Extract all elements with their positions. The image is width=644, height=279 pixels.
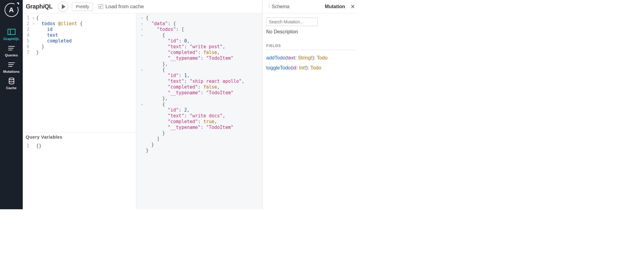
code-line: 6 } xyxy=(23,44,136,50)
code-text: "id": 2, xyxy=(145,107,190,113)
docs-back-button[interactable]: 〈 Schema xyxy=(266,3,290,10)
code-text: "text": "write docs", xyxy=(145,113,225,119)
fold-toggle-icon[interactable]: ▾ xyxy=(136,32,145,38)
code-line: }, xyxy=(136,96,262,102)
code-text: ] xyxy=(145,136,159,142)
fold-toggle-icon[interactable]: ▾ xyxy=(136,67,145,73)
code-panes: 1▾{2▾ todos @client {3 id4 text5 complet… xyxy=(23,13,262,209)
fold-toggle-icon xyxy=(31,50,36,55)
code-line: ▾ "data": { xyxy=(136,21,262,27)
code-text: "text": "ship react apollo", xyxy=(145,79,244,84)
svg-rect-0 xyxy=(8,29,15,35)
fold-toggle-icon xyxy=(136,55,145,61)
fold-toggle-icon xyxy=(136,44,145,50)
fold-toggle-icon xyxy=(31,44,36,50)
code-line: ] xyxy=(136,136,262,142)
code-line: 5 completed xyxy=(23,38,136,44)
fold-toggle-icon xyxy=(136,125,145,130)
fold-toggle-icon[interactable]: ▾ xyxy=(31,21,36,27)
fold-toggle-icon xyxy=(136,130,145,136)
execute-button[interactable] xyxy=(58,2,68,12)
docs-description: No Description xyxy=(266,29,356,35)
code-text: id xyxy=(36,27,52,32)
fold-toggle-icon xyxy=(136,119,145,125)
code-text: { xyxy=(36,15,39,21)
code-text: "completed": true, xyxy=(145,119,217,125)
code-line: "id": 2, xyxy=(136,107,262,113)
code-text: } xyxy=(145,148,149,153)
code-text: "text": "write post", xyxy=(145,44,225,50)
brand-dot-icon xyxy=(17,2,19,5)
code-text: "completed": false, xyxy=(145,84,220,90)
code-line: 3 id xyxy=(23,27,136,32)
line-number: 2 xyxy=(23,21,31,27)
sidebar-item-cache[interactable]: Cache xyxy=(3,78,19,90)
code-line: "text": "ship react apollo", xyxy=(136,79,262,84)
fold-toggle-icon[interactable]: ▾ xyxy=(136,102,145,107)
code-line: ▾ "todos": [ xyxy=(136,27,262,32)
line-number: 4 xyxy=(23,32,31,38)
docs-field-toggleTodo[interactable]: toggleTodo(id: Int!): Todo xyxy=(266,65,356,71)
code-text: "data": { xyxy=(145,21,176,27)
code-text: "todos": [ xyxy=(145,27,184,32)
code-text: "__typename": "TodoItem" xyxy=(145,55,233,61)
fold-toggle-icon xyxy=(136,113,145,119)
fold-toggle-icon xyxy=(136,148,145,153)
sidebar-item-label: GraphiQL xyxy=(3,37,19,41)
code-line: "id": 0, xyxy=(136,38,262,44)
line-number: 6 xyxy=(23,44,31,50)
brand-letter: A xyxy=(9,6,14,14)
line-number: 7 xyxy=(23,50,31,55)
fold-toggle-icon[interactable]: ▾ xyxy=(136,21,145,27)
sidebar-item-label: Queries xyxy=(5,53,18,57)
fold-toggle-icon xyxy=(136,142,145,148)
fold-toggle-icon xyxy=(136,84,145,90)
code-line: ▾ { xyxy=(136,32,262,38)
code-text: "id": 0, xyxy=(145,38,190,44)
code-text: { xyxy=(145,102,165,107)
code-line: "id": 1, xyxy=(136,73,262,79)
docs-field-addTodo[interactable]: addTodo(text: String!): Todo xyxy=(266,55,356,61)
code-line: 1▾{ xyxy=(23,15,136,21)
fold-toggle-icon[interactable]: ▾ xyxy=(136,27,145,32)
fold-toggle-icon[interactable]: ▾ xyxy=(136,15,145,21)
docs-search-input[interactable] xyxy=(266,18,318,26)
app-sidebar: A GraphiQLQueriesMutationsCache xyxy=(0,0,23,209)
query-variables-editor[interactable]: 1{} xyxy=(23,141,136,209)
fold-toggle-icon[interactable]: ▾ xyxy=(31,15,36,21)
fold-toggle-icon xyxy=(31,143,36,149)
result-pane[interactable]: ▾{▾ "data": {▾ "todos": [▾ { "id": 0, "t… xyxy=(136,13,262,209)
query-variables-header[interactable]: Query Variables xyxy=(23,132,136,141)
code-text: } xyxy=(145,142,154,148)
line-number: 1 xyxy=(23,143,31,149)
line-number: 1 xyxy=(23,15,31,21)
code-text: text xyxy=(36,32,58,38)
line-number: 5 xyxy=(23,38,31,44)
code-text: completed xyxy=(36,38,72,44)
code-text: "__typename": "TodoItem" xyxy=(145,90,233,96)
code-line: } xyxy=(136,130,262,136)
fold-toggle-icon xyxy=(136,61,145,67)
code-line: } xyxy=(136,142,262,148)
fold-toggle-icon xyxy=(31,27,36,32)
sidebar-item-graphiql[interactable]: GraphiQL xyxy=(3,29,19,41)
docs-panel: 〈 Schema Mutation ✕ No Description FIELD… xyxy=(262,0,359,209)
query-editor[interactable]: 1▾{2▾ todos @client {3 id4 text5 complet… xyxy=(23,13,136,132)
play-icon xyxy=(62,4,65,9)
load-from-cache-toggle[interactable]: Load from cache xyxy=(99,4,144,10)
docs-close-button[interactable]: ✕ xyxy=(349,2,356,11)
lines-icon xyxy=(7,45,16,52)
code-line: "completed": false, xyxy=(136,84,262,90)
brand-logo: A xyxy=(5,3,18,17)
editor-topbar: GraphiQL Prettify Load from cache xyxy=(23,0,262,13)
docs-body: No Description FIELDS addTodo(text: Stri… xyxy=(263,13,359,79)
prettify-button[interactable]: Prettify xyxy=(72,2,93,11)
code-line: 7} xyxy=(23,50,136,55)
code-text: "id": 1, xyxy=(145,73,190,79)
code-line: "text": "write docs", xyxy=(136,113,262,119)
sidebar-item-queries[interactable]: Queries xyxy=(3,45,19,57)
docs-title: Mutation xyxy=(325,4,345,9)
code-line: ▾ { xyxy=(136,67,262,73)
sidebar-item-mutations[interactable]: Mutations xyxy=(3,61,19,73)
load-from-cache-label: Load from cache xyxy=(106,4,144,10)
